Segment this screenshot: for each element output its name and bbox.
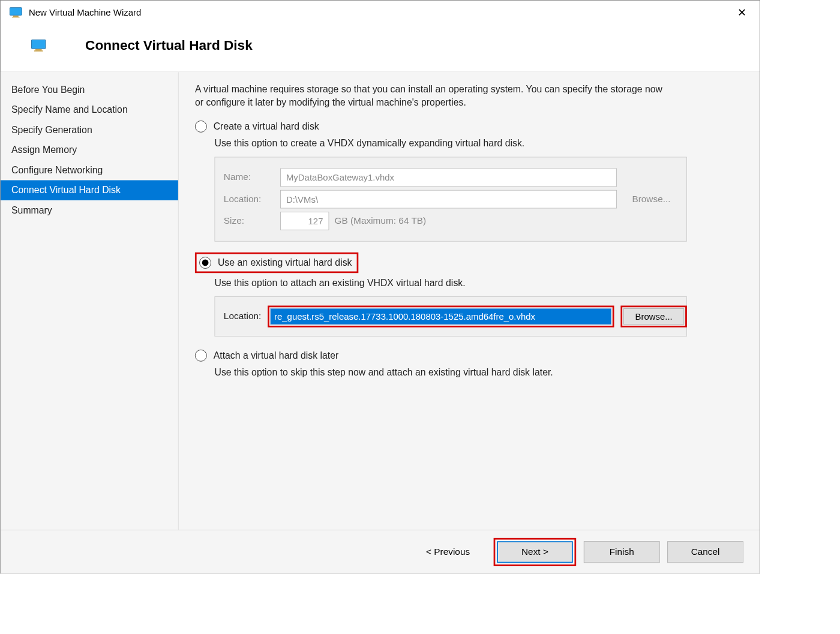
browse-button[interactable]: Browse... — [623, 308, 684, 324]
option-later-desc: Use this option to skip this step now an… — [214, 367, 749, 378]
highlight-next-button: Next > — [494, 537, 577, 566]
radio-later[interactable] — [195, 350, 207, 362]
highlight-location-input — [268, 306, 614, 327]
option-existing-desc: Use this option to attach an existing VH… — [214, 278, 749, 289]
header: Connect Virtual Hard Disk — [1, 25, 760, 72]
size-label: Size: — [224, 216, 275, 227]
option-later-label: Attach a virtual hard disk later — [214, 350, 339, 361]
sidebar-item-before-you-begin[interactable]: Before You Begin — [1, 80, 178, 100]
browse-button-disabled: Browse... — [632, 194, 670, 205]
option-later-row[interactable]: Attach a virtual hard disk later — [195, 350, 749, 362]
footer: < Previous Next > Finish Cancel — [1, 530, 760, 573]
sidebar-item-summary[interactable]: Summary — [1, 200, 178, 220]
sidebar-item-specify-generation[interactable]: Specify Generation — [1, 120, 178, 140]
monitor-icon — [9, 7, 22, 18]
name-input — [280, 169, 617, 187]
option-create-row[interactable]: Create a virtual hard disk — [195, 121, 749, 133]
svg-rect-2 — [12, 17, 20, 17]
wizard-window: New Virtual Machine Wizard ✕ Connect Vir… — [0, 0, 760, 574]
highlight-browse-button: Browse... — [620, 306, 686, 327]
location-input — [280, 190, 617, 209]
existing-panel: Location: Browse... — [214, 296, 686, 336]
page-title: Connect Virtual Hard Disk — [85, 37, 253, 53]
monitor-icon — [31, 39, 46, 52]
option-create-desc: Use this option to create a VHDX dynamic… — [214, 138, 749, 149]
sidebar-item-specify-name[interactable]: Specify Name and Location — [1, 100, 178, 120]
sidebar-item-connect-vhd[interactable]: Connect Virtual Hard Disk — [1, 180, 178, 200]
radio-existing[interactable] — [199, 257, 211, 269]
create-panel: Name: Location: Browse... Size: GB (Maxi… — [214, 157, 686, 242]
body: Before You Begin Specify Name and Locati… — [1, 72, 760, 530]
sidebar: Before You Begin Specify Name and Locati… — [1, 72, 179, 530]
previous-button[interactable]: < Previous — [410, 541, 486, 563]
titlebar: New Virtual Machine Wizard ✕ — [1, 1, 760, 25]
highlight-option-existing: Use an existing virtual hard disk — [195, 253, 358, 273]
intro-text: A virtual machine requires storage so th… — [195, 83, 673, 109]
size-input — [280, 212, 329, 230]
window-title: New Virtual Machine Wizard — [29, 7, 729, 17]
location-label: Location: — [224, 194, 275, 205]
close-icon[interactable]: ✕ — [729, 6, 755, 19]
main-panel: A virtual machine requires storage so th… — [179, 72, 760, 530]
size-suffix: GB (Maximum: 64 TB) — [334, 216, 426, 227]
option-create-label: Create a virtual hard disk — [214, 121, 319, 133]
svg-rect-4 — [35, 49, 42, 50]
sidebar-item-configure-networking[interactable]: Configure Networking — [1, 160, 178, 180]
svg-rect-5 — [34, 50, 43, 52]
existing-location-label: Location: — [224, 311, 261, 322]
existing-location-input[interactable] — [271, 308, 611, 324]
svg-rect-1 — [13, 16, 19, 17]
option-existing-label: Use an existing virtual hard disk — [218, 257, 352, 269]
next-button[interactable]: Next > — [497, 541, 573, 563]
svg-rect-0 — [10, 8, 22, 16]
cancel-button[interactable]: Cancel — [667, 541, 743, 563]
sidebar-item-assign-memory[interactable]: Assign Memory — [1, 140, 178, 160]
finish-button[interactable]: Finish — [584, 541, 660, 563]
radio-create[interactable] — [195, 121, 207, 133]
svg-rect-3 — [32, 40, 46, 49]
name-label: Name: — [224, 172, 275, 183]
